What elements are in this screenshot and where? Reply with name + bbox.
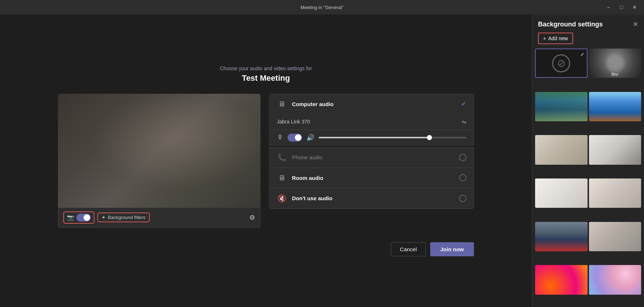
camera-preview — [58, 94, 260, 208]
volume-icon: 🔊 — [306, 134, 314, 142]
volume-thumb[interactable] — [427, 135, 432, 140]
maximize-button[interactable]: □ — [617, 2, 627, 12]
bg-blur-label: Blur — [589, 72, 641, 76]
bg-none-item[interactable]: ⊘ ✓ — [535, 49, 588, 78]
bg-filters-label: Background filters — [108, 215, 145, 220]
bg-room3-item[interactable] — [589, 222, 641, 251]
window-controls: − □ ✕ — [603, 2, 640, 12]
computer-audio-label: Computer audio — [292, 101, 456, 107]
camera-toggle[interactable] — [76, 214, 91, 222]
meeting-header: Choose your audio and video settings for… — [220, 66, 312, 83]
bottom-actions: Cancel Join now — [58, 242, 474, 256]
camera-preview-wrapper: 📷 ✦ Background filters ⚙ — [58, 94, 260, 228]
device-row: Jabra Link 370 ⇋ — [269, 114, 474, 130]
bg-none-icon: ⊘ — [552, 54, 570, 72]
join-now-button[interactable]: Join now — [430, 242, 474, 256]
phone-audio-label: Phone audio — [292, 154, 454, 160]
mic-volume-row: 🎙 🔊 — [269, 130, 474, 146]
bg-office1-item[interactable] — [535, 92, 588, 121]
camera-settings-button[interactable]: ⚙ — [249, 214, 255, 222]
no-audio-icon: 🔇 — [277, 194, 287, 203]
camera-toggle-group[interactable]: 📷 — [63, 211, 94, 224]
computer-audio-option[interactable]: 🖥 Computer audio ✔ — [269, 94, 474, 114]
bg-urban1-item[interactable] — [535, 222, 588, 251]
main-area: Choose your audio and video settings for… — [0, 14, 644, 307]
phone-audio-option[interactable]: 📞 Phone audio — [269, 147, 474, 168]
bg-filters-icon: ✦ — [102, 215, 106, 220]
microphone-icon: 🎙 — [277, 134, 283, 141]
background-grid: ⊘ ✓ Blur — [532, 49, 644, 307]
bg-room2-item[interactable] — [589, 178, 641, 208]
bg-none-check: ✓ — [580, 51, 585, 57]
no-audio-option[interactable]: 🔇 Don't use audio — [269, 188, 474, 209]
bg-gradient2-item[interactable] — [589, 265, 641, 294]
volume-fill — [319, 137, 429, 138]
room-audio-label: Room audio — [292, 175, 454, 181]
bg-office2-item[interactable] — [535, 135, 588, 164]
camera-toggle-knob — [84, 214, 90, 221]
bg-city1-item[interactable] — [589, 92, 641, 121]
phone-audio-radio — [459, 154, 466, 161]
background-settings-panel: Background settings ✕ + Add new ⊘ ✓ Blur — [532, 14, 644, 307]
room-audio-icon: 🖥 — [277, 174, 287, 182]
audio-settings: 🖥 Computer audio ✔ Jabra Link 370 ⇋ 🎙 🔊 — [269, 94, 474, 228]
meeting-subtitle: Choose your audio and video settings for — [220, 66, 312, 71]
close-button[interactable]: ✕ — [630, 2, 640, 12]
device-name: Jabra Link 370 — [277, 119, 458, 125]
no-audio-label: Don't use audio — [292, 195, 454, 201]
bg-blur-item[interactable]: Blur — [589, 49, 641, 78]
bg-white-item[interactable] — [535, 178, 588, 208]
mic-toggle-knob — [295, 134, 301, 141]
left-panel: Choose your audio and video settings for… — [0, 14, 532, 307]
background-filters-button[interactable]: ✦ Background filters — [97, 213, 150, 222]
meeting-title: Test Meeting — [220, 73, 312, 83]
content-row: 📷 ✦ Background filters ⚙ 🖥 — [58, 94, 474, 228]
camera-controls: 📷 ✦ Background filters ⚙ — [58, 208, 260, 228]
volume-slider[interactable] — [319, 137, 466, 138]
mic-toggle[interactable] — [288, 134, 302, 142]
room-audio-option[interactable]: 🖥 Room audio — [269, 168, 474, 188]
bg-panel-title: Background settings — [538, 21, 603, 28]
minimize-button[interactable]: − — [603, 2, 614, 12]
room-audio-radio — [459, 174, 466, 181]
window-title: Meeting in "General" — [300, 5, 343, 10]
bg-panel-header: Background settings ✕ — [532, 14, 644, 31]
phone-audio-icon: 📞 — [277, 153, 287, 162]
camera-icon: 📷 — [67, 214, 74, 221]
title-bar: Meeting in "General" − □ ✕ — [0, 0, 644, 14]
add-new-plus-icon: + — [543, 35, 546, 41]
computer-audio-check: ✔ — [461, 100, 466, 108]
no-audio-radio — [459, 195, 466, 202]
device-settings-icon[interactable]: ⇋ — [462, 118, 466, 125]
bg-gradient1-item[interactable] — [535, 265, 588, 294]
cancel-button[interactable]: Cancel — [391, 242, 426, 256]
computer-audio-icon: 🖥 — [277, 100, 287, 108]
close-panel-button[interactable]: ✕ — [633, 20, 638, 28]
bg-room1-item[interactable] — [589, 135, 641, 164]
add-new-label: Add new — [548, 35, 568, 41]
add-new-button[interactable]: + Add new — [538, 33, 573, 44]
